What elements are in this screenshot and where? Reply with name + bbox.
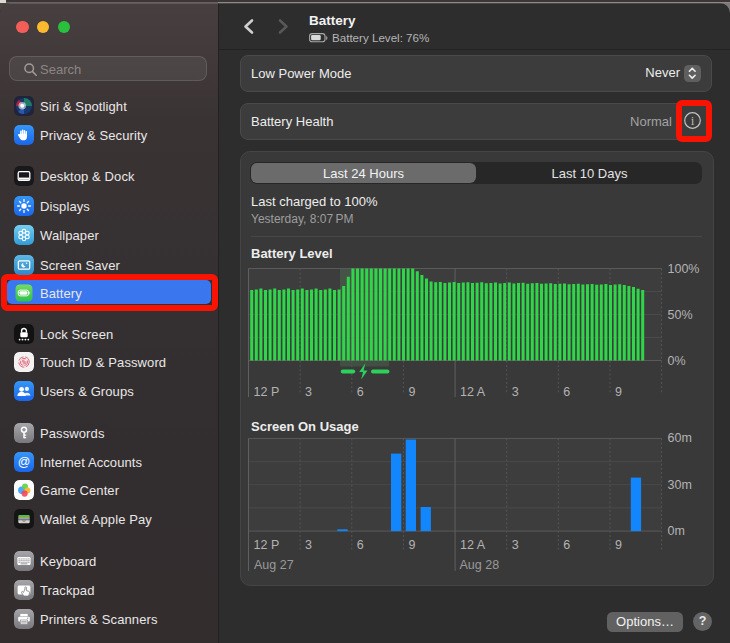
svg-text:50%: 50% bbox=[668, 308, 693, 322]
svg-text:3: 3 bbox=[512, 538, 519, 552]
svg-text:6: 6 bbox=[563, 385, 570, 399]
svg-text:3: 3 bbox=[305, 538, 312, 552]
svg-text:12 A: 12 A bbox=[460, 538, 486, 552]
svg-text:6: 6 bbox=[357, 385, 364, 399]
svg-text:3: 3 bbox=[512, 385, 519, 399]
svg-text:100%: 100% bbox=[668, 262, 700, 276]
svg-text:0m: 0m bbox=[668, 524, 685, 538]
svg-text:9: 9 bbox=[615, 385, 622, 399]
svg-text:6: 6 bbox=[563, 538, 570, 552]
svg-text:0%: 0% bbox=[668, 354, 686, 368]
svg-text:30m: 30m bbox=[668, 478, 692, 492]
svg-text:6: 6 bbox=[357, 538, 364, 552]
svg-text:12 P: 12 P bbox=[254, 538, 280, 552]
svg-text:@: @ bbox=[18, 455, 31, 469]
svg-text:3: 3 bbox=[305, 385, 312, 399]
svg-text:60m: 60m bbox=[668, 431, 692, 445]
svg-text:9: 9 bbox=[615, 538, 622, 552]
svg-text:12 P: 12 P bbox=[254, 385, 280, 399]
svg-text:9: 9 bbox=[408, 385, 415, 399]
svg-text:12 A: 12 A bbox=[460, 385, 486, 399]
svg-text:9: 9 bbox=[408, 538, 415, 552]
svg-text:Aug 28: Aug 28 bbox=[460, 558, 500, 572]
svg-text:Aug 27: Aug 27 bbox=[254, 558, 294, 572]
